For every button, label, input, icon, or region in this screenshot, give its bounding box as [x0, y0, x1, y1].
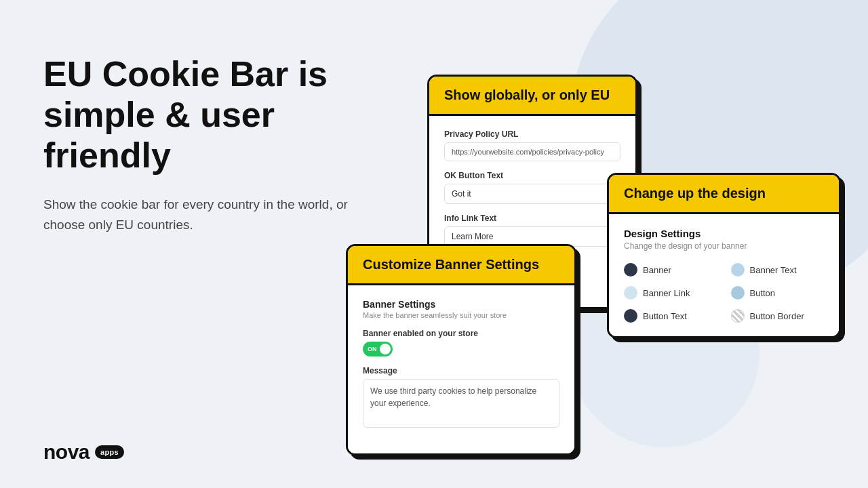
ok-button-group: OK Button Text [444, 171, 620, 204]
design-item-button-text[interactable]: Button Text [624, 309, 717, 323]
design-grid: Banner Banner Text Banner Link Button Bu… [624, 263, 824, 323]
banner-link-label: Banner Link [643, 288, 690, 298]
privacy-url-input[interactable] [444, 142, 620, 161]
main-heading: EU Cookie Bar is simple & user friendly [43, 54, 369, 176]
info-link-label: Info Link Text [444, 214, 620, 223]
banner-link-color-dot [624, 286, 637, 300]
design-item-button[interactable]: Button [731, 286, 825, 300]
design-item-button-border[interactable]: Button Border [731, 309, 825, 323]
banner-text-label: Banner Text [750, 265, 797, 275]
banner-text-color-dot [731, 263, 745, 277]
button-text-color-dot [624, 309, 637, 323]
banner-enabled-group: Banner enabled on your store ON [363, 329, 559, 357]
banner-toggle-state: ON [364, 346, 377, 352]
ok-button-label: OK Button Text [444, 171, 620, 180]
card-customize: Customize Banner Settings Banner Setting… [346, 244, 576, 455]
banner-enabled-toggle-wrap: ON [363, 342, 559, 357]
banner-color-dot [624, 263, 637, 277]
logo-text: nova [43, 441, 90, 464]
button-text-label: Button Text [643, 311, 687, 321]
card-design-title: Change up the design [624, 186, 766, 201]
design-section-title: Design Settings [624, 228, 824, 239]
banner-label: Banner [643, 265, 671, 275]
ok-button-input[interactable] [444, 184, 620, 204]
message-label: Message [363, 366, 559, 375]
button-border-label: Button Border [750, 311, 804, 321]
hero-subtext: Show the cookie bar for every country in… [43, 195, 369, 235]
button-label: Button [750, 288, 776, 298]
design-item-banner[interactable]: Banner [624, 263, 717, 277]
card-design: Change up the design Design Settings Cha… [607, 173, 841, 338]
card-customize-header: Customize Banner Settings [348, 246, 574, 285]
privacy-url-label: Privacy Policy URL [444, 129, 620, 139]
card-customize-title: Customize Banner Settings [363, 257, 539, 272]
banner-toggle-knob [380, 344, 391, 354]
button-color-dot [731, 286, 745, 300]
message-group: Message [363, 366, 559, 430]
design-item-banner-text[interactable]: Banner Text [731, 263, 825, 277]
card-global-header: Show globally, or only EU [429, 77, 635, 116]
hero-section: EU Cookie Bar is simple & user friendly … [43, 54, 369, 235]
logo-badge: apps [95, 445, 124, 459]
button-border-color-dot [731, 309, 745, 323]
banner-enabled-toggle[interactable]: ON [363, 342, 393, 357]
logo-area: nova apps [43, 441, 124, 464]
banner-settings-title: Banner Settings [363, 299, 559, 310]
info-link-group: Info Link Text [444, 214, 620, 247]
message-textarea[interactable] [363, 379, 559, 428]
banner-enabled-label: Banner enabled on your store [363, 329, 559, 338]
design-item-banner-link[interactable]: Banner Link [624, 286, 717, 300]
card-global-title: Show globally, or only EU [444, 87, 610, 102]
card-design-body: Design Settings Change the design of you… [609, 214, 839, 336]
privacy-url-group: Privacy Policy URL [444, 129, 620, 161]
design-section-sub: Change the design of your banner [624, 241, 824, 251]
card-design-header: Change up the design [609, 175, 839, 214]
card-customize-body: Banner Settings Make the banner seamless… [348, 285, 574, 453]
banner-settings-sub: Make the banner seamlessly suit your sto… [363, 311, 559, 319]
